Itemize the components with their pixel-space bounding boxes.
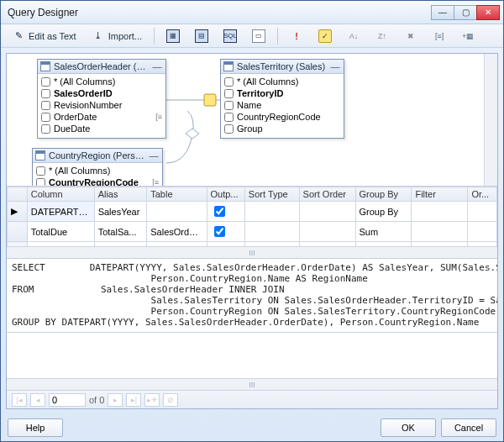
- table-minimize[interactable]: —: [329, 61, 341, 71]
- cell-group-by[interactable]: Sum: [355, 222, 412, 242]
- sql-line: Person.CountryRegion.Name AS RegionName: [12, 273, 368, 284]
- col-check[interactable]: [224, 89, 234, 98]
- hdr-alias[interactable]: Alias: [94, 187, 147, 202]
- toolbar-sep: [277, 28, 278, 45]
- col-check[interactable]: [41, 124, 50, 134]
- table-col: CountryRegionCode[≡: [36, 176, 159, 187]
- col-check[interactable]: [36, 166, 45, 176]
- criteria-grid-pane[interactable]: Column Alias Table Outp... Sort Type Sor…: [7, 187, 497, 259]
- col-check[interactable]: [224, 113, 234, 122]
- hdr-table[interactable]: Table: [147, 187, 207, 202]
- verify-sql-button[interactable]: ✓: [312, 27, 338, 45]
- diagram-vscroll[interactable]: [484, 54, 497, 186]
- col-label: OrderDate: [54, 112, 97, 122]
- hdr-sort-type[interactable]: Sort Type: [244, 187, 299, 202]
- hdr-or[interactable]: Or...: [468, 187, 497, 202]
- nav-stop-button[interactable]: ⊘: [163, 393, 178, 407]
- col-check[interactable]: [41, 113, 50, 122]
- show-diagram-pane-button[interactable]: ▦: [160, 27, 186, 45]
- maximize-button[interactable]: ▢: [454, 5, 477, 20]
- nav-next-button[interactable]: ▸: [108, 393, 123, 407]
- hdr-sort-order[interactable]: Sort Order: [299, 187, 355, 202]
- cell-table[interactable]: SalesOrder...: [147, 222, 207, 242]
- grid-row[interactable]: TotalDue TotalSa... SalesOrder... Sum: [8, 222, 497, 242]
- cell-or[interactable]: [468, 222, 497, 242]
- remove-filter-button[interactable]: ✖: [398, 27, 423, 45]
- cell-alias[interactable]: SalesYear: [94, 202, 147, 222]
- diagram-pane[interactable]: SalesOrderHeader (Sales) — * (All Column…: [7, 54, 497, 187]
- results-pane[interactable]: III: [7, 333, 497, 390]
- table-countryregion[interactable]: CountryRegion (Person) — * (All Columns)…: [32, 148, 163, 187]
- run-button[interactable]: !: [284, 27, 309, 45]
- hdr-column[interactable]: Column: [27, 187, 94, 202]
- help-button[interactable]: Help: [8, 418, 63, 437]
- results-hscroll[interactable]: III: [7, 378, 497, 390]
- toolbar-sep: [154, 28, 155, 45]
- output-check[interactable]: [214, 206, 225, 217]
- show-sql-pane-button[interactable]: SQL: [218, 27, 243, 45]
- cell-group-by[interactable]: Group By: [355, 202, 412, 222]
- svg-rect-6: [36, 151, 45, 154]
- close-button[interactable]: ✕: [476, 5, 500, 20]
- table-minimize[interactable]: —: [151, 61, 163, 71]
- window: Query Designer — ▢ ✕ ✎ Edit as Text ⤓ Im…: [0, 0, 504, 442]
- cell-sort-type[interactable]: [244, 222, 299, 242]
- add-table-button[interactable]: +▦: [455, 27, 480, 45]
- nav-position-input[interactable]: [49, 393, 86, 407]
- cell-sort-order[interactable]: [299, 202, 355, 222]
- sort-desc-button[interactable]: Z↑: [370, 27, 395, 45]
- nav-new-button[interactable]: ▸✳: [144, 393, 160, 407]
- svg-rect-0: [204, 94, 216, 106]
- hdr-output[interactable]: Outp...: [207, 187, 244, 202]
- table-salesterritory[interactable]: SalesTerritory (Sales) — * (All Columns)…: [220, 59, 344, 139]
- show-results-pane-button[interactable]: ▭: [246, 27, 271, 45]
- sql-line: SELECT DATEPART(YYYY, Sales.SalesOrderHe…: [12, 262, 497, 273]
- ok-button[interactable]: OK: [381, 418, 436, 437]
- cell-column[interactable]: TotalDue: [27, 222, 94, 242]
- record-navigator: |◂ ◂ of 0 ▸ ▸| ▸✳ ⊘: [7, 390, 497, 408]
- minimize-button[interactable]: —: [431, 5, 454, 20]
- sql-pane[interactable]: SELECT DATEPART(YYYY, Sales.SalesOrderHe…: [7, 259, 497, 333]
- output-check[interactable]: [214, 226, 225, 237]
- table-salesorderheader[interactable]: SalesOrderHeader (Sales) — * (All Column…: [37, 59, 166, 139]
- table-header[interactable]: SalesTerritory (Sales) —: [221, 60, 344, 74]
- table-col: * (All Columns): [224, 76, 340, 87]
- hdr-filter[interactable]: Filter: [412, 187, 468, 202]
- cell-table[interactable]: [147, 202, 207, 222]
- col-check[interactable]: [224, 101, 234, 110]
- cell-filter[interactable]: [412, 202, 468, 222]
- cell-column[interactable]: DATEPART(Y...: [27, 202, 94, 222]
- cancel-button[interactable]: Cancel: [441, 418, 496, 437]
- import-button[interactable]: ⤓ Import...: [86, 27, 148, 45]
- col-check[interactable]: [36, 178, 45, 187]
- col-check[interactable]: [41, 101, 50, 110]
- cell-sort-type[interactable]: [244, 202, 299, 222]
- col-check[interactable]: [41, 89, 50, 98]
- hdr-group-by[interactable]: Group By: [355, 187, 412, 202]
- table-col: Group: [224, 123, 340, 134]
- cell-or[interactable]: [468, 202, 497, 222]
- edit-as-text-button[interactable]: ✎ Edit as Text: [6, 27, 82, 45]
- nav-first-button[interactable]: |◂: [12, 393, 27, 407]
- col-check[interactable]: [41, 77, 50, 87]
- col-label: CountryRegionCode: [49, 177, 139, 187]
- col-check[interactable]: [224, 124, 234, 134]
- col-check[interactable]: [224, 77, 234, 87]
- group-by-button[interactable]: [≡]: [427, 27, 452, 45]
- table-minimize[interactable]: —: [148, 150, 160, 160]
- table-header[interactable]: SalesOrderHeader (Sales) —: [38, 60, 165, 74]
- table-header[interactable]: CountryRegion (Person) —: [33, 149, 162, 163]
- cell-output[interactable]: [207, 222, 244, 242]
- table-title: SalesTerritory (Sales): [237, 61, 326, 71]
- cell-output[interactable]: [207, 202, 244, 222]
- sort-asc-button[interactable]: A↓: [341, 27, 366, 45]
- cell-alias[interactable]: TotalSa...: [94, 222, 147, 242]
- cell-sort-order[interactable]: [299, 222, 355, 242]
- cell-filter[interactable]: [412, 222, 468, 242]
- grid-row[interactable]: ▶ DATEPART(Y... SalesYear Group By: [8, 202, 497, 222]
- nav-prev-button[interactable]: ◂: [30, 393, 45, 407]
- toolbar: ✎ Edit as Text ⤓ Import... ▦ ▤ SQL ▭ ! ✓…: [1, 24, 503, 48]
- nav-last-button[interactable]: ▸|: [126, 393, 141, 407]
- show-grid-pane-button[interactable]: ▤: [189, 27, 214, 45]
- grid-hscroll[interactable]: III: [7, 246, 497, 258]
